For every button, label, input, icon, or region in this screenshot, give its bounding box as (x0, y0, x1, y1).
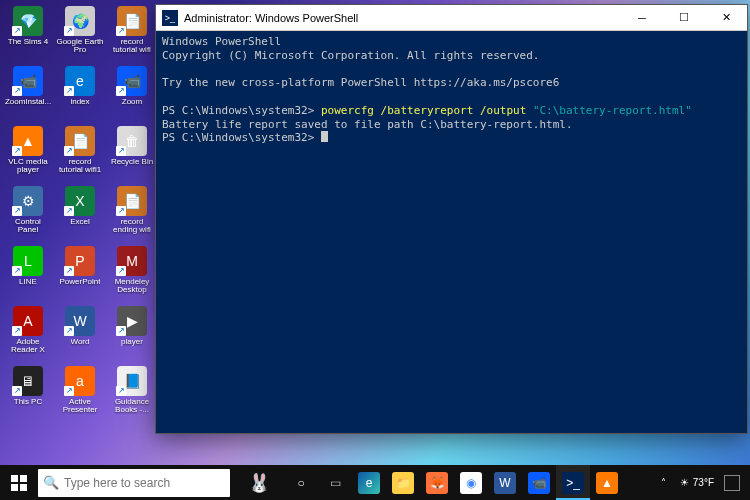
maximize-button[interactable]: ☐ (663, 5, 705, 31)
news-widget[interactable]: 🐰 (234, 469, 284, 497)
app-icon: 🗑 (117, 126, 147, 156)
desktop-icon-guidance-books-[interactable]: 📘Guidance Books -... (108, 366, 156, 424)
close-button[interactable]: ✕ (705, 5, 747, 31)
icon-label: Adobe Reader X (4, 338, 52, 355)
powershell-window: >_ Administrator: Windows PowerShell ─ ☐… (155, 4, 748, 434)
taskbar-powershell[interactable]: >_ (556, 465, 590, 500)
icon-label: record tutorial wifi (108, 38, 156, 55)
app-icon: 📹 (13, 66, 43, 96)
app-icon: L (13, 246, 43, 276)
taskbar-vlc[interactable]: ▲ (590, 465, 624, 500)
notifications-button[interactable] (724, 475, 740, 491)
system-tray: ˄ ☀ 73°F (648, 465, 750, 500)
search-input[interactable] (64, 476, 214, 490)
app-icon: ▶ (117, 306, 147, 336)
app-icon: ▲ (13, 126, 43, 156)
svg-rect-1 (20, 475, 27, 482)
icon-label: Word (71, 338, 90, 346)
chrome-icon: ◉ (460, 472, 482, 494)
desktop-icon-control-panel[interactable]: ⚙Control Panel (4, 186, 52, 244)
start-button[interactable] (0, 465, 38, 500)
app-icon: M (117, 246, 147, 276)
icon-label: This PC (14, 398, 42, 406)
task-view-icon: ▭ (324, 472, 346, 494)
desktop-icon-the-sims-4[interactable]: 💎The Sims 4 (4, 6, 52, 64)
desktop-icon-google-earth-pro[interactable]: 🌍Google Earth Pro (56, 6, 104, 64)
svg-rect-2 (11, 484, 18, 491)
desktop-icon-index[interactable]: eindex (56, 66, 104, 124)
taskbar-zoom[interactable]: 📹 (522, 465, 556, 500)
icon-label: PowerPoint (60, 278, 101, 286)
app-icon: e (65, 66, 95, 96)
desktop-icon-record-ending-wifi[interactable]: 📄record ending wifi (108, 186, 156, 244)
desktop-icons-grid: 💎The Sims 4🌍Google Earth Pro📄record tuto… (4, 6, 156, 424)
taskbar-task-view[interactable]: ▭ (318, 465, 352, 500)
desktop-icon-powerpoint[interactable]: PPowerPoint (56, 246, 104, 304)
desktop-icon-line[interactable]: LLINE (4, 246, 52, 304)
desktop-icon-this-pc[interactable]: 🖥This PC (4, 366, 52, 424)
desktop-icon-zoominstal-[interactable]: 📹ZoomInstal... (4, 66, 52, 124)
terminal-output[interactable]: Windows PowerShell Copyright (C) Microso… (156, 31, 747, 433)
taskbar-word[interactable]: W (488, 465, 522, 500)
app-icon: 💎 (13, 6, 43, 36)
term-line: Windows PowerShell (162, 35, 281, 48)
powershell-icon: >_ (162, 10, 178, 26)
desktop-icon-player[interactable]: ▶player (108, 306, 156, 364)
app-icon: 📄 (117, 186, 147, 216)
app-icon: W (65, 306, 95, 336)
weather-widget[interactable]: ☀ 73°F (680, 477, 714, 488)
taskbar-items: ○▭e📁🦊◉W📹>_▲ (284, 465, 624, 500)
search-box[interactable]: 🔍 (38, 469, 230, 497)
icon-label: Mendeley Desktop (108, 278, 156, 295)
icon-label: Google Earth Pro (56, 38, 104, 55)
icon-label: Active Presenter (56, 398, 104, 415)
term-prompt: PS C:\Windows\system32> (162, 131, 321, 144)
app-icon: 🌍 (65, 6, 95, 36)
icon-label: Excel (70, 218, 90, 226)
icon-label: record tutorial wifi1 (56, 158, 104, 175)
term-prompt: PS C:\Windows\system32> (162, 104, 321, 117)
app-icon: P (65, 246, 95, 276)
desktop-icon-excel[interactable]: XExcel (56, 186, 104, 244)
icon-label: The Sims 4 (8, 38, 48, 46)
cortana-icon: ○ (290, 472, 312, 494)
taskbar-explorer[interactable]: 📁 (386, 465, 420, 500)
desktop-icon-active-presenter[interactable]: aActive Presenter (56, 366, 104, 424)
term-result: Battery life report saved to file path C… (162, 118, 573, 131)
search-icon: 🔍 (38, 475, 64, 490)
edge-icon: e (358, 472, 380, 494)
firefox-icon: 🦊 (426, 472, 448, 494)
desktop-icon-mendeley-desktop[interactable]: MMendeley Desktop (108, 246, 156, 304)
svg-rect-3 (20, 484, 27, 491)
desktop-icon-adobe-reader-x[interactable]: AAdobe Reader X (4, 306, 52, 364)
taskbar: 🔍 🐰 ○▭e📁🦊◉W📹>_▲ ˄ ☀ 73°F (0, 465, 750, 500)
desktop-icon-word[interactable]: WWord (56, 306, 104, 364)
desktop-icon-zoom[interactable]: 📹Zoom (108, 66, 156, 124)
icon-label: ZoomInstal... (5, 98, 51, 106)
taskbar-firefox[interactable]: 🦊 (420, 465, 454, 500)
tray-overflow-icon[interactable]: ˄ (658, 477, 670, 488)
cursor (321, 131, 328, 142)
windows-icon (11, 475, 27, 491)
term-string: "C:\battery-report.html" (533, 104, 692, 117)
desktop-icon-record-tutorial-wifi[interactable]: 📄record tutorial wifi (108, 6, 156, 64)
desktop-icon-vlc-media-player[interactable]: ▲VLC media player (4, 126, 52, 184)
icon-label: Guidance Books -... (108, 398, 156, 415)
sun-icon: ☀ (680, 477, 689, 488)
window-title: Administrator: Windows PowerShell (184, 12, 621, 24)
term-command: powercfg /batteryreport /output (321, 104, 533, 117)
zoom-icon: 📹 (528, 472, 550, 494)
desktop-icon-record-tutorial-wifi1[interactable]: 📄record tutorial wifi1 (56, 126, 104, 184)
taskbar-edge[interactable]: e (352, 465, 386, 500)
icon-label: Zoom (122, 98, 142, 106)
app-icon: 📘 (117, 366, 147, 396)
desktop: 💎The Sims 4🌍Google Earth Pro📄record tuto… (0, 0, 750, 500)
icon-label: index (70, 98, 89, 106)
term-line: Copyright (C) Microsoft Corporation. All… (162, 49, 540, 62)
desktop-icon-recycle-bin[interactable]: 🗑Recycle Bin (108, 126, 156, 184)
taskbar-cortana[interactable]: ○ (284, 465, 318, 500)
taskbar-chrome[interactable]: ◉ (454, 465, 488, 500)
titlebar[interactable]: >_ Administrator: Windows PowerShell ─ ☐… (156, 5, 747, 31)
icon-label: Control Panel (4, 218, 52, 235)
minimize-button[interactable]: ─ (621, 5, 663, 31)
